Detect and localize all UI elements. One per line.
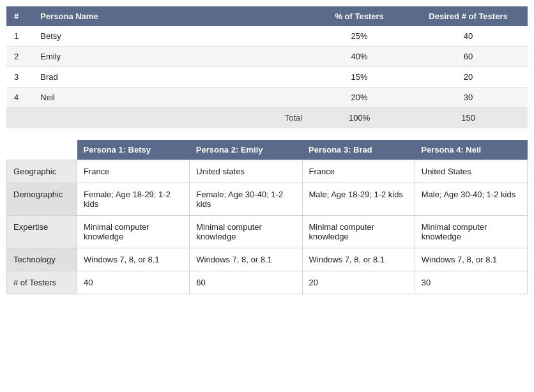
cell-value: 30 <box>415 271 527 294</box>
bottom-col-header-2: Persona 2: Emily <box>190 140 302 160</box>
col-header-name: Persona Name <box>33 6 310 26</box>
row-num: 3 <box>6 67 33 87</box>
row-percent: 20% <box>310 87 409 108</box>
row-label: Geographic <box>7 160 77 183</box>
total-row: Total 100% 150 <box>6 108 528 128</box>
table-row: 2 Emily 40% 60 <box>6 47 528 67</box>
col-header-num: # <box>6 6 33 26</box>
bottom-table-row: DemographicFemale; Age 18-29; 1-2 kidsFe… <box>7 183 528 216</box>
total-desired: 150 <box>409 108 528 128</box>
bottom-table-row: # of Testers40602030 <box>7 271 528 294</box>
row-desired: 40 <box>409 26 528 47</box>
cell-value: Windows 7, 8, or 8.1 <box>302 248 415 271</box>
cell-value: France <box>302 160 415 183</box>
cell-value: United states <box>190 160 302 183</box>
row-num: 4 <box>6 87 33 108</box>
bottom-col-header-4: Persona 4: Neil <box>415 140 527 160</box>
row-name: Neil <box>33 87 310 108</box>
col-header-percent: % of Testers <box>310 6 409 26</box>
table-row: 4 Neil 20% 30 <box>6 87 528 108</box>
bottom-table: Persona 1: BetsyPersona 2: EmilyPersona … <box>6 140 528 294</box>
cell-value: 40 <box>77 271 190 294</box>
row-name: Emily <box>33 47 310 67</box>
row-num: 2 <box>6 47 33 67</box>
bottom-table-row: GeographicFranceUnited statesFranceUnite… <box>7 160 528 183</box>
cell-value: Windows 7, 8, or 8.1 <box>77 248 190 271</box>
table-row: 1 Betsy 25% 40 <box>6 26 528 47</box>
row-label: Demographic <box>7 183 77 216</box>
total-label: Total <box>6 108 310 128</box>
total-percent: 100% <box>310 108 409 128</box>
cell-value: 20 <box>302 271 415 294</box>
cell-value: Minimal computer knowledge <box>302 216 415 248</box>
row-desired: 60 <box>409 47 528 67</box>
table-row: 3 Brad 15% 20 <box>6 67 528 87</box>
row-desired: 20 <box>409 67 528 87</box>
cell-value: Male; Age 30-40; 1-2 kids <box>415 183 527 216</box>
cell-value: Minimal computer knowledge <box>190 216 302 248</box>
row-name: Betsy <box>33 26 310 47</box>
row-label: # of Testers <box>7 271 77 294</box>
row-name: Brad <box>33 67 310 87</box>
row-desired: 30 <box>409 87 528 108</box>
row-percent: 15% <box>310 67 409 87</box>
cell-value: France <box>77 160 190 183</box>
cell-value: Windows 7, 8, or 8.1 <box>190 248 302 271</box>
row-label: Expertise <box>7 216 77 248</box>
cell-value: Male; Age 18-29; 1-2 kids <box>302 183 415 216</box>
cell-value: Female; Age 18-29; 1-2 kids <box>77 183 190 216</box>
row-label: Technology <box>7 248 77 271</box>
bottom-col-header-1: Persona 1: Betsy <box>77 140 190 160</box>
cell-value: Minimal computer knowledge <box>415 216 527 248</box>
cell-value: Minimal computer knowledge <box>77 216 190 248</box>
cell-value: United States <box>415 160 527 183</box>
bottom-col-header-0 <box>7 140 77 160</box>
cell-value: 60 <box>190 271 302 294</box>
row-percent: 40% <box>310 47 409 67</box>
cell-value: Female; Age 30-40; 1-2 kids <box>190 183 302 216</box>
bottom-col-header-3: Persona 3: Brad <box>302 140 415 160</box>
row-percent: 25% <box>310 26 409 47</box>
cell-value: Windows 7, 8, or 8.1 <box>415 248 527 271</box>
bottom-table-row: TechnologyWindows 7, 8, or 8.1Windows 7,… <box>7 248 528 271</box>
top-table: # Persona Name % of Testers Desired # of… <box>6 6 528 128</box>
bottom-table-row: ExpertiseMinimal computer knowledgeMinim… <box>7 216 528 248</box>
col-header-desired: Desired # of Testers <box>409 6 528 26</box>
row-num: 1 <box>6 26 33 47</box>
